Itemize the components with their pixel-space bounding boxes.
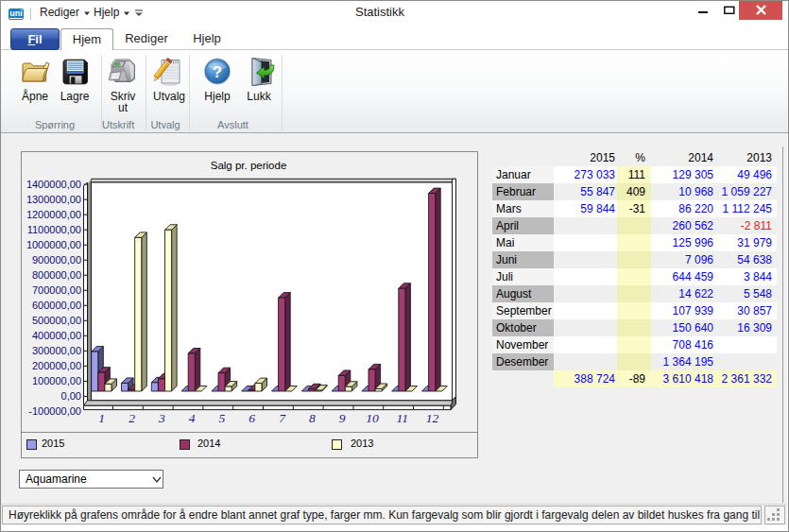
svg-text:7: 7 [279, 411, 286, 425]
svg-text:3: 3 [158, 411, 165, 425]
svg-text:700000,00: 700000,00 [32, 284, 81, 296]
svg-text:12: 12 [426, 411, 439, 425]
svg-text:500000,00: 500000,00 [32, 315, 81, 326]
svg-text:1: 1 [98, 411, 105, 425]
svg-text:300000,00: 300000,00 [32, 345, 81, 356]
svg-text:10: 10 [366, 411, 379, 425]
svg-text:100000,00: 100000,00 [32, 375, 81, 386]
svg-text:9: 9 [339, 411, 346, 425]
svg-text:1100000,00: 1100000,00 [27, 224, 81, 235]
svg-text:200000,00: 200000,00 [32, 360, 81, 371]
svg-text:?: ? [213, 63, 222, 81]
svg-text:5: 5 [219, 411, 226, 425]
svg-text:800000,00: 800000,00 [32, 269, 81, 281]
svg-text:6: 6 [249, 411, 255, 425]
svg-text:Salg pr. periode: Salg pr. periode [211, 160, 287, 171]
svg-text:8: 8 [309, 411, 316, 425]
svg-text:2: 2 [129, 411, 135, 425]
svg-text:600000,00: 600000,00 [32, 300, 81, 311]
svg-text:400000,00: 400000,00 [32, 330, 81, 341]
svg-text:1200000,00: 1200000,00 [26, 209, 81, 220]
svg-text:11: 11 [396, 411, 408, 425]
svg-text:1300000,00: 1300000,00 [26, 194, 81, 205]
svg-text:1400000,00: 1400000,00 [26, 179, 81, 190]
svg-text:4: 4 [189, 411, 196, 425]
svg-text:-100000,00: -100000,00 [28, 405, 81, 417]
svg-text:0,00: 0,00 [61, 390, 81, 402]
svg-text:900000,00: 900000,00 [32, 254, 81, 266]
svg-text:1000000,00: 1000000,00 [26, 239, 81, 250]
